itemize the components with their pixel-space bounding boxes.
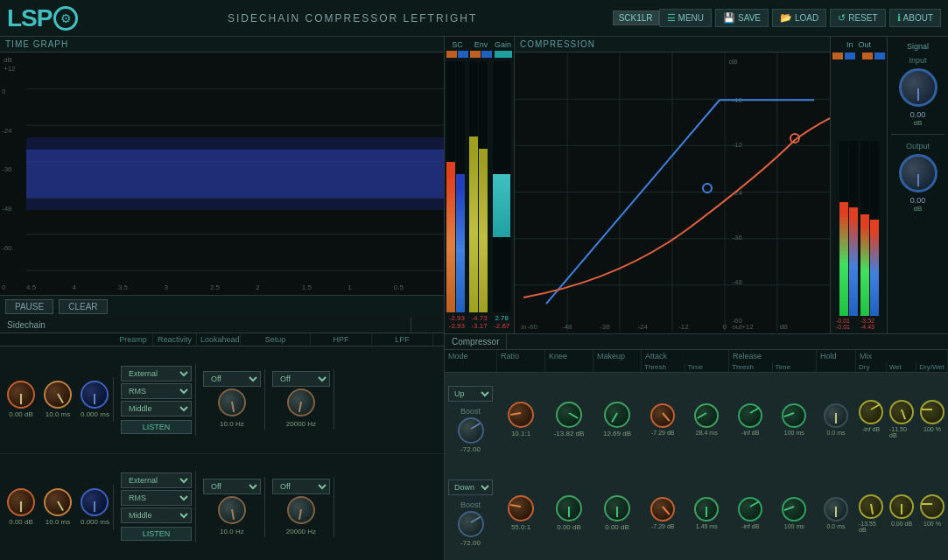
up-hpf-select[interactable]: Off (203, 371, 261, 387)
up-rel-thresh-knob[interactable] (738, 403, 762, 428)
down-mode-select[interactable]: Down (448, 480, 493, 495)
up-reactivity-knob[interactable] (44, 381, 72, 409)
menu-button[interactable]: ☰ MENU (659, 9, 712, 27)
up-lpf-select[interactable]: Off (272, 371, 330, 387)
up-boost-knob[interactable] (458, 417, 484, 444)
up-drywet-knob[interactable] (920, 400, 944, 424)
env-val-top: -4.73 (471, 314, 487, 322)
down-rel-thresh-knob[interactable] (738, 497, 762, 522)
out-box-2 (874, 52, 885, 60)
save-button[interactable]: 💾 SAVE (715, 9, 769, 27)
knob-indicator (871, 403, 881, 410)
main-layout: TIME GRAPH dB +12 0 -24 -36 -48 -60 0 (0, 37, 948, 560)
up-reactivity-value: 10.0 ms (46, 410, 70, 418)
col-attack: Attack (642, 350, 728, 362)
up-dry-knob[interactable] (859, 400, 883, 424)
up-setup-mode1[interactable]: External (121, 366, 192, 382)
knob-indicator (94, 394, 95, 404)
up-atk-thresh-knob[interactable] (650, 403, 675, 428)
time-graph-svg: 4.5 4 3.5 3 2.5 2 1.5 1 0.5 (26, 52, 444, 295)
input-knob[interactable] (899, 68, 937, 107)
up-lookahead-knob[interactable] (81, 381, 109, 409)
down-makeup-value: 0.00 dB (605, 523, 629, 531)
down-boost-knob[interactable] (458, 511, 484, 537)
knob-indicator (784, 506, 795, 511)
up-atk-time-knob[interactable] (694, 403, 719, 428)
knob-indicator (901, 504, 902, 514)
load-button[interactable]: 📂 LOAD (772, 9, 826, 27)
down-setup-mode1[interactable]: External (121, 472, 192, 488)
knob-indicator (662, 412, 670, 421)
up-hold-knob[interactable] (824, 403, 848, 428)
down-rel-time-knob[interactable] (782, 497, 806, 522)
down-makeup-knob[interactable] (604, 495, 630, 522)
svg-text:-36: -36 (732, 234, 742, 242)
header-lpf: LPF (372, 333, 433, 346)
output-label: Output (906, 142, 930, 150)
reset-button[interactable]: ↺ RESET (830, 9, 885, 27)
down-ratio-knob[interactable] (508, 495, 534, 522)
up-lpf-knob[interactable] (287, 388, 315, 416)
knob-indicator (568, 507, 570, 517)
down-hold-knob[interactable] (824, 497, 848, 522)
down-hpf-knob[interactable] (218, 496, 246, 524)
sc-box-1 (446, 51, 457, 58)
pause-button[interactable]: PAUSE (5, 299, 53, 314)
down-atk-time-knob[interactable] (694, 497, 719, 522)
out-val-bot: -4.43 (860, 324, 874, 330)
env-val-bot: -3.17 (471, 322, 487, 330)
compressor-section-label: Compressor (445, 334, 507, 349)
top-actions: ☰ MENU 💾 SAVE 📂 LOAD ↺ RESET ℹ ABOUT (659, 9, 941, 27)
down-setup-mode2[interactable]: RMS (121, 490, 192, 506)
down-setup-mode3[interactable]: Middle (121, 508, 192, 523)
down-dry-knob[interactable] (859, 494, 883, 519)
inout-section: In Out (830, 37, 887, 333)
up-wet-knob[interactable] (889, 400, 914, 424)
down-lookahead-knob[interactable] (81, 488, 109, 516)
up-makeup-value: 12.69 dB (603, 430, 631, 438)
col-attack-time: Time (685, 362, 729, 372)
down-hpf-select[interactable]: Off (203, 479, 261, 494)
up-hpf-knob[interactable] (218, 388, 246, 416)
in-box-2 (845, 52, 855, 60)
down-preamp-knob[interactable] (7, 488, 35, 516)
up-rel-thresh-value: -inf dB (741, 430, 759, 436)
down-knee-knob[interactable] (556, 495, 582, 522)
down-preamp-cell: 0.00 dB (5, 486, 37, 528)
output-knob[interactable] (899, 154, 937, 192)
down-reactivity-knob[interactable] (44, 488, 72, 516)
down-listen-button[interactable]: LISTEN (121, 527, 192, 541)
knob-indicator (510, 412, 521, 416)
up-makeup-knob[interactable] (604, 402, 630, 428)
down-wet-knob[interactable] (889, 494, 914, 519)
svg-text:out: out (732, 323, 742, 331)
down-drywet-value: 100 % (923, 521, 941, 527)
up-setup-mode3[interactable]: Middle (121, 401, 192, 416)
knob-indicator (784, 412, 795, 417)
svg-text:2: 2 (256, 284, 260, 291)
up-setup-mode2[interactable]: RMS (121, 383, 192, 399)
knob-indicator (20, 394, 22, 404)
up-listen-button[interactable]: LISTEN (121, 420, 192, 434)
up-preamp-knob[interactable] (7, 381, 35, 409)
up-boost-indicator (470, 423, 480, 430)
output-db: dB (914, 205, 923, 213)
up-rel-time-knob[interactable] (782, 403, 806, 428)
down-atk-thresh-knob[interactable] (650, 497, 675, 522)
logo-text: LSP (7, 4, 52, 32)
col-mix-dry: Dry (856, 362, 887, 372)
up-lpf-value: 20000 Hz (286, 420, 316, 428)
up-knee-value: -13.82 dB (554, 430, 585, 438)
down-lpf-knob[interactable] (287, 496, 315, 524)
section-labels-row: Sidechain (0, 318, 444, 333)
about-button[interactable]: ℹ ABOUT (889, 9, 941, 27)
time-graph-area: dB +12 0 -24 -36 -48 -60 0 (0, 52, 444, 295)
up-wet-value: -11.50 dB (889, 426, 914, 438)
up-knee-knob[interactable] (556, 402, 582, 428)
up-ratio-knob[interactable] (508, 402, 534, 428)
down-lpf-select[interactable]: Off (272, 479, 330, 494)
knob-indicator (835, 507, 837, 517)
down-drywet-knob[interactable] (920, 494, 944, 519)
clear-button[interactable]: CLEAR (59, 299, 107, 314)
up-mode-select[interactable]: Up (448, 386, 493, 402)
